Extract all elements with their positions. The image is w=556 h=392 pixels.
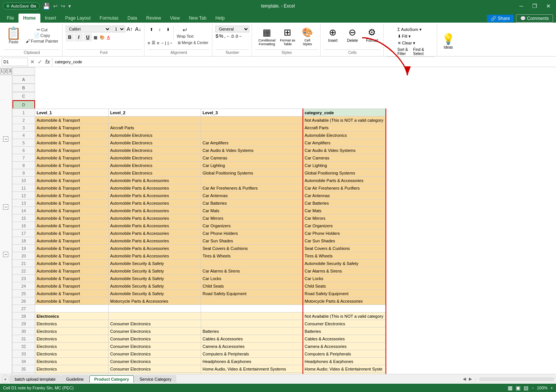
cut-button[interactable]: ✂Cut	[24, 27, 60, 32]
find-select-button[interactable]: Find &Select	[411, 47, 426, 57]
outline-level-1-btn[interactable]: 1	[0, 68, 4, 74]
customize-icon[interactable]: ▾	[68, 3, 71, 9]
format-as-table-button[interactable]: ⊞ Format asTable	[278, 26, 297, 47]
align-middle-icon[interactable]: ↕	[156, 26, 163, 33]
autosum-button[interactable]: Σ AutoSum ▾	[395, 26, 427, 33]
tab-data[interactable]: Data	[123, 14, 141, 23]
col-header-d[interactable]: D	[12, 100, 35, 109]
decrease-decimal-icon[interactable]: ←.0	[226, 34, 234, 38]
decrease-font-icon[interactable]: A↓	[134, 26, 142, 32]
clear-button[interactable]: ✕ Clear ▾	[395, 40, 427, 46]
border-icon[interactable]: ▦	[94, 35, 97, 40]
align-right-icon[interactable]: ≡	[157, 41, 159, 45]
format-cells-button[interactable]: ⚙ Format	[363, 26, 381, 43]
percent-icon[interactable]: %	[219, 33, 224, 39]
underline-button[interactable]: U	[84, 33, 92, 41]
outline-level-3-btn[interactable]: 3	[8, 68, 12, 74]
restore-btn[interactable]: ❐	[530, 3, 539, 9]
tab-view[interactable]: View	[166, 14, 184, 23]
font-size-select[interactable]: 11	[112, 26, 125, 32]
increase-indent-icon[interactable]: |→	[167, 41, 173, 45]
col-header-a[interactable]: A	[12, 75, 35, 84]
cell-a2[interactable]: Automobile & Transport	[35, 116, 109, 124]
share-button[interactable]: 🔗 Share	[487, 15, 513, 22]
currency-icon[interactable]: $	[215, 33, 218, 39]
outline-collapse-3[interactable]: −	[3, 252, 8, 257]
fill-button[interactable]: ⬇ Fill ▾	[395, 33, 427, 40]
cell-b1[interactable]: Level_2	[109, 109, 201, 116]
page-layout-view-icon[interactable]: ▣	[516, 385, 521, 391]
col-header-b[interactable]: B	[12, 84, 35, 92]
font-name-select[interactable]: Calibri	[66, 26, 111, 32]
comma-icon[interactable]: ,	[224, 33, 226, 39]
cell-b2[interactable]	[109, 116, 201, 124]
cell-c1[interactable]: Level_3	[201, 109, 303, 116]
tab-guideline[interactable]: Guideline	[61, 375, 88, 383]
comments-button[interactable]: 💬 Comments	[516, 14, 553, 23]
cell-c2[interactable]	[201, 116, 303, 124]
tab-home[interactable]: Home	[18, 14, 40, 23]
paste-button[interactable]: 📋 Paste	[4, 26, 23, 46]
delete-cells-button[interactable]: ⊖ Delete	[343, 26, 361, 43]
minimize-btn[interactable]: ─	[517, 3, 525, 9]
scroll-tab-right-icon[interactable]: ▶	[469, 377, 472, 381]
grid-scroll-area[interactable]: A B C D 1 Level_1 Level_2 Level_3 catego…	[12, 67, 556, 374]
number-format-select[interactable]: General	[215, 26, 249, 32]
outline-collapse-2[interactable]: −	[3, 204, 8, 210]
cell-a1[interactable]: Level_1	[35, 109, 109, 116]
wrap-text-button[interactable]: ↵ Wrap Text	[175, 26, 195, 39]
formula-input[interactable]	[52, 58, 554, 66]
redo-icon[interactable]: ↪	[61, 3, 65, 9]
save-icon[interactable]: 💾	[43, 3, 50, 10]
ideas-button[interactable]: 💡 Ideas	[442, 25, 455, 55]
conditional-formatting-button[interactable]: ▦ ConditionalFormatting	[257, 26, 277, 47]
format-painter-button[interactable]: 🖌Format Painter	[24, 38, 60, 44]
copy-button[interactable]: 📄Copy	[24, 33, 60, 38]
align-top-icon[interactable]: ⬆	[147, 26, 155, 33]
tab-batch-upload[interactable]: batch upload template	[10, 375, 60, 383]
tab-file[interactable]: File	[2, 14, 18, 23]
tab-service-category[interactable]: Service Category	[135, 375, 176, 383]
undo-icon[interactable]: ↩	[53, 3, 58, 9]
bold-button[interactable]: B	[66, 33, 74, 41]
italic-button[interactable]: I	[75, 33, 83, 41]
tab-review[interactable]: Review	[141, 14, 165, 23]
scroll-bar-area[interactable]	[479, 377, 554, 381]
col-header-c[interactable]: C	[12, 92, 35, 100]
merge-center-button[interactable]: ⊞ Merge & Center	[176, 40, 210, 46]
insert-cells-button[interactable]: ⊕ Insert	[324, 26, 342, 43]
tab-new-tab[interactable]: New Tab	[184, 14, 211, 23]
close-btn[interactable]: ✕	[544, 3, 553, 9]
outline-level-2-btn[interactable]: 2	[4, 68, 8, 74]
sort-filter-button[interactable]: Sort &Filter	[395, 47, 410, 57]
confirm-formula-icon[interactable]: ✓	[37, 59, 43, 65]
fill-color-icon[interactable]: 🎨	[100, 35, 105, 40]
tab-formulas[interactable]: Formulas	[95, 14, 123, 23]
cell-d1[interactable]: category_code	[303, 109, 386, 116]
zoom-in-icon[interactable]: +	[551, 386, 553, 390]
increase-font-icon[interactable]: A↑	[126, 26, 134, 32]
add-sheet-button[interactable]: +	[2, 375, 9, 383]
cell-styles-button[interactable]: 🎨 CellStyles	[298, 26, 316, 47]
tab-product-category[interactable]: Product Category	[89, 375, 134, 383]
align-bottom-icon[interactable]: ⬇	[164, 26, 172, 33]
cell-reference-box[interactable]: D1	[2, 58, 28, 66]
outline-collapse-1[interactable]: −	[3, 136, 8, 142]
align-center-icon[interactable]: ☰	[152, 40, 155, 45]
tab-help[interactable]: Help	[211, 14, 229, 23]
scroll-tab-left-icon[interactable]: ◀	[463, 377, 466, 381]
align-left-icon[interactable]: ≡	[147, 41, 150, 45]
autosave-toggle[interactable]: AutoSave On	[3, 3, 40, 9]
status-message: Cell D1 note by Franky Sin, MC (PEC)	[3, 386, 74, 390]
increase-decimal-icon[interactable]: .0→	[235, 34, 242, 38]
font-color-icon[interactable]: A	[107, 35, 110, 40]
page-break-view-icon[interactable]: ▤	[524, 385, 528, 391]
insert-function-icon[interactable]: fx	[45, 59, 51, 65]
tab-page-layout[interactable]: Page Layout	[61, 14, 95, 23]
normal-view-icon[interactable]: ▦	[508, 385, 513, 391]
cancel-formula-icon[interactable]: ✕	[29, 59, 35, 65]
tab-insert[interactable]: Insert	[40, 14, 61, 23]
zoom-out-icon[interactable]: −	[531, 386, 534, 390]
cell-d2[interactable]: Not Available (This is NOT a valid categ…	[303, 116, 386, 124]
decrease-indent-icon[interactable]: ←|	[161, 41, 166, 45]
